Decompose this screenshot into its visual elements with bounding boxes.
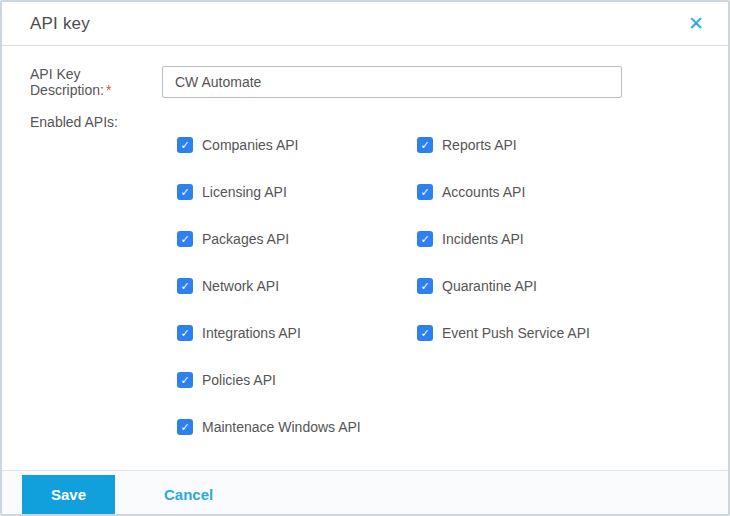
checkbox-checked-icon[interactable]: ✓ — [177, 184, 193, 200]
checkbox-column-left: ✓Companies API✓Licensing API✓Packages AP… — [177, 137, 417, 466]
api-key-description-input[interactable] — [162, 66, 622, 98]
checkbox-item-licensing-api[interactable]: ✓Licensing API — [177, 184, 417, 200]
checkbox-label: Integrations API — [202, 325, 301, 341]
checkbox-item-incidents-api[interactable]: ✓Incidents API — [417, 231, 590, 247]
checkbox-item-companies-api[interactable]: ✓Companies API — [177, 137, 417, 153]
checkbox-item-accounts-api[interactable]: ✓Accounts API — [417, 184, 590, 200]
required-marker: * — [106, 82, 111, 98]
dialog-body: API Key Description:* Enabled APIs: ✓Com… — [2, 46, 728, 470]
checkbox-checked-icon[interactable]: ✓ — [417, 231, 433, 247]
description-label-text: API Key Description: — [30, 66, 104, 98]
checkbox-checked-icon[interactable]: ✓ — [417, 137, 433, 153]
checkbox-label: Network API — [202, 278, 279, 294]
checkbox-checked-icon[interactable]: ✓ — [417, 278, 433, 294]
checkbox-label: Packages API — [202, 231, 289, 247]
cancel-button[interactable]: Cancel — [164, 475, 213, 514]
page-title: API key — [30, 14, 90, 34]
checkbox-label: Companies API — [202, 137, 299, 153]
checkbox-item-maintenace-windows-api[interactable]: ✓Maintenace Windows API — [177, 419, 417, 435]
checkbox-label: Reports API — [442, 137, 517, 153]
checkbox-checked-icon[interactable]: ✓ — [177, 372, 193, 388]
checkbox-label: Quarantine API — [442, 278, 537, 294]
enabled-apis-grid: ✓Companies API✓Licensing API✓Packages AP… — [177, 137, 700, 466]
dialog-footer: Save Cancel — [2, 470, 728, 514]
checkbox-item-packages-api[interactable]: ✓Packages API — [177, 231, 417, 247]
checkbox-checked-icon[interactable]: ✓ — [177, 325, 193, 341]
checkbox-checked-icon[interactable]: ✓ — [417, 184, 433, 200]
enabled-apis-label: Enabled APIs: — [30, 114, 700, 130]
checkbox-label: Maintenace Windows API — [202, 419, 361, 435]
checkbox-label: Incidents API — [442, 231, 524, 247]
checkbox-checked-icon[interactable]: ✓ — [177, 278, 193, 294]
dialog-header: API key ✕ — [2, 2, 728, 46]
description-row: API Key Description:* — [30, 66, 700, 98]
checkbox-label: Licensing API — [202, 184, 287, 200]
description-label: API Key Description:* — [30, 66, 162, 98]
checkbox-label: Event Push Service API — [442, 325, 590, 341]
checkbox-item-policies-api[interactable]: ✓Policies API — [177, 372, 417, 388]
checkbox-label: Accounts API — [442, 184, 525, 200]
checkbox-column-right: ✓Reports API✓Accounts API✓Incidents API✓… — [417, 137, 590, 466]
checkbox-checked-icon[interactable]: ✓ — [177, 231, 193, 247]
close-icon[interactable]: ✕ — [682, 10, 710, 37]
checkbox-item-integrations-api[interactable]: ✓Integrations API — [177, 325, 417, 341]
checkbox-checked-icon[interactable]: ✓ — [177, 419, 193, 435]
checkbox-label: Policies API — [202, 372, 276, 388]
save-button[interactable]: Save — [22, 475, 115, 514]
checkbox-item-quarantine-api[interactable]: ✓Quarantine API — [417, 278, 590, 294]
checkbox-checked-icon[interactable]: ✓ — [417, 325, 433, 341]
api-key-dialog: API key ✕ API Key Description:* Enabled … — [0, 0, 730, 516]
checkbox-item-event-push-service-api[interactable]: ✓Event Push Service API — [417, 325, 590, 341]
checkbox-checked-icon[interactable]: ✓ — [177, 137, 193, 153]
checkbox-item-reports-api[interactable]: ✓Reports API — [417, 137, 590, 153]
checkbox-item-network-api[interactable]: ✓Network API — [177, 278, 417, 294]
